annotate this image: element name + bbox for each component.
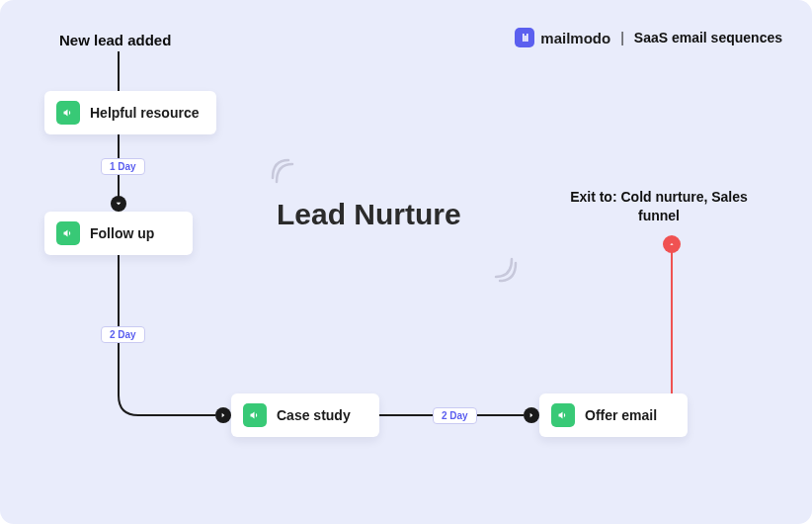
arrowhead-icon <box>111 196 126 212</box>
delay-pill-3: 2 Day <box>433 407 477 424</box>
mailmodo-logo-icon: lıl <box>515 28 534 47</box>
brand-subtitle: SaaS email sequences <box>634 30 782 45</box>
node-helpful-resource: Helpful resource <box>44 91 216 134</box>
arrowhead-icon <box>524 407 539 423</box>
brand-name: mailmodo <box>540 30 610 46</box>
ornament-corner-icon <box>494 257 522 285</box>
brand-separator: | <box>620 30 624 45</box>
ornament-corner-icon <box>267 156 294 184</box>
delay-pill-1: 1 Day <box>101 158 145 175</box>
node-label: Offer email <box>585 407 657 423</box>
arrowhead-icon <box>215 407 231 423</box>
delay-pill-2: 2 Day <box>101 326 145 343</box>
exit-label: Exit to: Cold nurture, Sales funnel <box>565 188 753 225</box>
megaphone-icon <box>551 403 575 427</box>
diagram-title: Lead Nurture <box>277 198 461 231</box>
node-label: Case study <box>277 407 351 423</box>
exit-dot-icon <box>663 235 681 253</box>
node-label: Helpful resource <box>90 105 199 121</box>
brand-block: lıl mailmodo | SaaS email sequences <box>515 28 782 47</box>
node-label: Follow up <box>90 225 154 241</box>
node-case-study: Case study <box>231 393 379 437</box>
start-label: New lead added <box>59 32 171 48</box>
megaphone-icon <box>56 221 80 245</box>
node-follow-up: Follow up <box>44 212 193 255</box>
diagram-canvas: lıl mailmodo | SaaS email sequences New … <box>0 0 812 524</box>
connectors <box>0 0 812 524</box>
megaphone-icon <box>243 403 267 427</box>
node-offer-email: Offer email <box>539 393 688 437</box>
megaphone-icon <box>56 101 80 125</box>
